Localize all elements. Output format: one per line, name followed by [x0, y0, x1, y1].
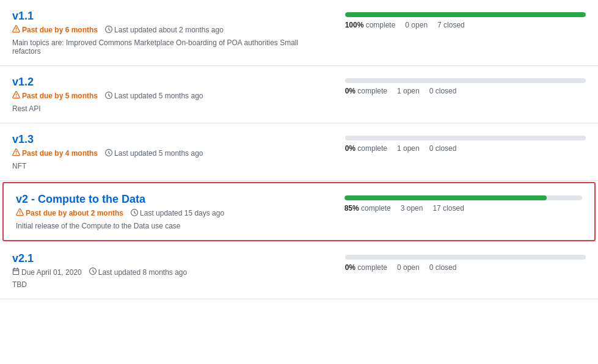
milestone-meta-v2: Past due by about 2 months Last updated …: [16, 208, 327, 218]
warning-icon: [12, 25, 20, 35]
milestone-due-v2-1: Due April 01, 2020: [12, 268, 82, 277]
milestone-updated-v1-1: Last updated about 2 months ago: [105, 26, 224, 35]
milestone-item-v2-1: v2.1 Due April 01, 2020 Last updated 8 m…: [0, 242, 598, 299]
calendar-icon: [12, 268, 20, 277]
progress-bar-container-v2-1: [345, 255, 586, 260]
milestone-due-v1-2: Past due by 5 months: [12, 91, 98, 101]
progress-bar-container-v1-1: [345, 12, 586, 17]
milestone-item-v1-2: v1.2 Past due by 5 months Last updated 5…: [0, 66, 598, 123]
milestone-description-v2: Initial release of the Compute to the Da…: [16, 222, 327, 230]
closed-count-v1-3: 0 closed: [429, 144, 457, 153]
milestone-updated-v2: Last updated 15 days ago: [131, 209, 224, 218]
progress-bar-container-v1-3: [345, 136, 586, 140]
due-text-v1-3: Past due by 4 months: [22, 149, 98, 158]
due-text-v1-1: Past due by 6 months: [22, 26, 98, 34]
milestone-left-v2-1: v2.1 Due April 01, 2020 Last updated 8 m…: [12, 252, 327, 289]
milestone-description-v1-1: Main topics are: Improved Commons Market…: [12, 38, 327, 56]
milestone-item-v2: v2 - Compute to the Data Past due by abo…: [2, 182, 596, 241]
milestone-right-v1-2: 0% complete 1 open 0 closed: [345, 76, 586, 95]
open-count-v1-2: 1 open: [397, 87, 420, 95]
progress-percent-v2: 85% complete: [345, 204, 391, 213]
progress-stats-v1-2: 0% complete 1 open 0 closed: [345, 87, 457, 95]
updated-text-v2: Last updated 15 days ago: [140, 209, 224, 217]
milestone-meta-v1-1: Past due by 6 months Last updated about …: [12, 25, 327, 35]
open-count-v2-1: 0 open: [397, 263, 420, 272]
closed-count-v1-2: 0 closed: [429, 87, 457, 95]
milestone-meta-v1-3: Past due by 4 months Last updated 5 mont…: [12, 148, 327, 158]
due-text-v1-2: Past due by 5 months: [22, 92, 98, 100]
milestone-description-v1-2: Rest API: [12, 104, 327, 113]
due-text-v2-1: Due April 01, 2020: [21, 268, 82, 277]
progress-bar-container-v1-2: [345, 78, 586, 83]
milestone-description-v1-3: NFT: [12, 162, 327, 170]
progress-stats-v2-1: 0% complete 0 open 0 closed: [345, 263, 457, 272]
clock-icon-v1-3: [105, 149, 112, 158]
milestone-list: v1.1 Past due by 6 months Last updated a…: [0, 0, 598, 299]
progress-bar-fill-v2: [345, 195, 547, 200]
milestone-updated-v2-1: Last updated 8 months ago: [89, 268, 187, 277]
milestone-right-v2-1: 0% complete 0 open 0 closed: [345, 252, 586, 272]
milestone-meta-v1-2: Past due by 5 months Last updated 5 mont…: [12, 91, 327, 101]
milestone-left-v1-3: v1.3 Past due by 4 months Last updated 5…: [12, 133, 327, 170]
clock-icon-v1-2: [105, 92, 112, 101]
progress-percent-v1-2: 0% complete: [345, 87, 387, 95]
updated-text-v1-2: Last updated 5 months ago: [114, 92, 203, 100]
open-count-v1-1: 0 open: [405, 21, 428, 29]
closed-count-v1-1: 7 closed: [437, 21, 465, 29]
warning-icon: [12, 148, 20, 158]
progress-percent-v1-3: 0% complete: [345, 144, 387, 153]
milestone-title-v1-3[interactable]: v1.3: [12, 133, 327, 146]
open-count-v1-3: 1 open: [397, 144, 420, 153]
clock-icon-v2-1: [89, 268, 97, 277]
updated-text-v2-1: Last updated 8 months ago: [98, 268, 187, 277]
milestone-right-v1-3: 0% complete 1 open 0 closed: [345, 133, 586, 153]
due-text-v2: Past due by about 2 months: [26, 209, 123, 217]
progress-stats-v2: 85% complete 3 open 17 closed: [345, 204, 464, 213]
progress-stats-v1-3: 0% complete 1 open 0 closed: [345, 144, 457, 153]
milestone-title-v1-1[interactable]: v1.1: [12, 10, 327, 23]
milestone-title-v1-2[interactable]: v1.2: [12, 76, 327, 89]
progress-bar-fill-v1-1: [345, 12, 586, 17]
open-count-v2: 3 open: [401, 204, 423, 213]
milestone-title-v2-1[interactable]: v2.1: [12, 252, 327, 265]
warning-icon: [16, 208, 24, 218]
milestone-due-v1-1: Past due by 6 months: [12, 25, 98, 35]
milestone-due-v2: Past due by about 2 months: [16, 208, 123, 218]
progress-percent-v2-1: 0% complete: [345, 263, 387, 272]
progress-bar-container-v2: [345, 195, 582, 200]
milestone-updated-v1-3: Last updated 5 months ago: [105, 149, 203, 158]
milestone-left-v1-2: v1.2 Past due by 5 months Last updated 5…: [12, 76, 327, 113]
warning-icon: [12, 91, 20, 101]
milestone-title-v2[interactable]: v2 - Compute to the Data: [16, 193, 327, 206]
milestone-left-v2: v2 - Compute to the Data Past due by abo…: [16, 193, 327, 230]
milestone-updated-v1-2: Last updated 5 months ago: [105, 92, 203, 101]
milestone-left-v1-1: v1.1 Past due by 6 months Last updated a…: [12, 10, 327, 56]
clock-icon-v2: [131, 209, 138, 218]
milestone-description-v2-1: TBD: [12, 280, 327, 289]
milestone-right-v1-1: 100% complete 0 open 7 closed: [345, 10, 586, 29]
clock-icon-v1-1: [105, 26, 112, 35]
milestone-meta-v2-1: Due April 01, 2020 Last updated 8 months…: [12, 268, 327, 277]
milestone-item-v1-1: v1.1 Past due by 6 months Last updated a…: [0, 0, 598, 66]
progress-stats-v1-1: 100% complete 0 open 7 closed: [345, 21, 465, 29]
updated-text-v1-3: Last updated 5 months ago: [114, 149, 203, 158]
milestone-due-v1-3: Past due by 4 months: [12, 148, 98, 158]
milestone-right-v2: 85% complete 3 open 17 closed: [345, 193, 582, 213]
closed-count-v2: 17 closed: [432, 204, 464, 213]
updated-text-v1-1: Last updated about 2 months ago: [114, 26, 224, 34]
closed-count-v2-1: 0 closed: [429, 263, 457, 272]
progress-percent-v1-1: 100% complete: [345, 21, 396, 29]
milestone-item-v1-3: v1.3 Past due by 4 months Last updated 5…: [0, 123, 598, 181]
